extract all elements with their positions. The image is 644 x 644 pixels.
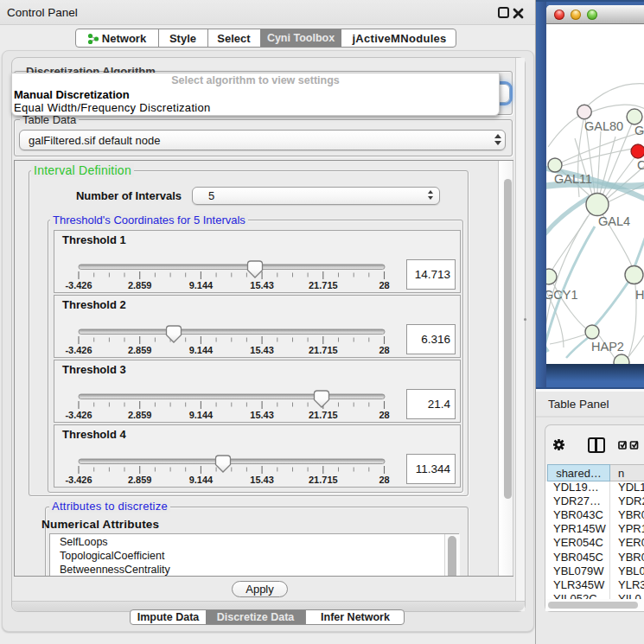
svg-text:15.43: 15.43 [250,280,274,290]
svg-text:GAL11: GAL11 [554,172,592,186]
svg-text:9.144: 9.144 [189,345,214,355]
svg-text:-3.426: -3.426 [65,475,92,485]
svg-text:9.144: 9.144 [189,280,214,290]
svg-text:2.859: 2.859 [128,345,152,355]
svg-text:15.43: 15.43 [250,410,274,420]
svg-text:2.859: 2.859 [128,280,152,290]
svg-text:G: G [634,124,644,137]
svg-text:21.715: 21.715 [309,345,338,355]
svg-text:15.43: 15.43 [250,475,274,485]
svg-text:2.859: 2.859 [128,410,152,420]
svg-text:9.144: 9.144 [189,410,214,420]
svg-text:H: H [635,288,644,302]
svg-text:-3.426: -3.426 [65,345,92,355]
svg-text:21.715: 21.715 [309,410,338,420]
svg-text:-3.426: -3.426 [65,410,92,420]
svg-text:28: 28 [379,280,389,290]
svg-text:2.859: 2.859 [128,475,152,485]
svg-text:GCY1: GCY1 [546,288,578,302]
svg-text:GAL4: GAL4 [598,214,630,228]
svg-text:GAL80: GAL80 [584,119,623,133]
svg-text:28: 28 [379,410,389,420]
svg-text:21.715: 21.715 [309,280,338,290]
svg-text:21.715: 21.715 [309,475,338,485]
svg-text:9.144: 9.144 [189,475,214,485]
svg-text:28: 28 [379,345,389,355]
svg-text:-3.426: -3.426 [65,280,92,290]
svg-text:C: C [637,158,644,172]
svg-text:HAP2: HAP2 [591,340,624,354]
svg-text:28: 28 [379,475,389,485]
svg-text:15.43: 15.43 [250,345,274,355]
